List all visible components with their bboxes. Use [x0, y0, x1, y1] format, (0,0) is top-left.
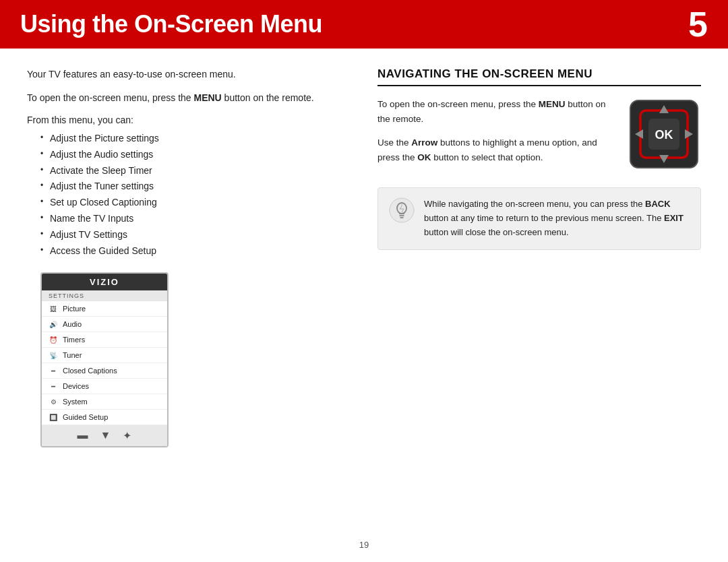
tip-box: While navigating the on-screen menu, you… — [377, 187, 701, 249]
tv-menu-label: Timers — [63, 336, 85, 344]
tip-bold2: EXIT — [664, 213, 684, 223]
nav-p2-bold1: Arrow — [411, 137, 437, 148]
tv-menu-label: System — [63, 398, 88, 406]
nav-section-title: NAVIGATING THE ON-SCREEN MENU — [377, 67, 701, 86]
tip-bold1: BACK — [645, 199, 671, 209]
tv-menu-item: 🔊Audio — [42, 317, 167, 332]
tip-mid: button at any time to return to the prev… — [424, 213, 664, 223]
tv-menu-icon: 🔲 — [49, 412, 58, 422]
menu-list-item: Adjust the Audio settings — [40, 147, 351, 163]
nav-paragraph-1: To open the on-screen menu, press the ME… — [377, 97, 613, 126]
chapter-number: 5 — [688, 4, 708, 44]
page-footer: 19 — [0, 540, 728, 550]
tv-bottom-icon2: ▼ — [100, 429, 111, 442]
menu-list-item: Access the Guided Setup — [40, 243, 351, 259]
main-content: Your TV features an easy-to-use on-scree… — [0, 49, 728, 461]
menu-list-item: Adjust the Picture settings — [40, 131, 351, 147]
remote-ok-graphic: OK — [627, 97, 701, 171]
tv-screen-mockup: VIZIO SETTINGS 🖼Picture🔊Audio⏰Timers📡Tun… — [40, 272, 169, 447]
intro2-prefix: To open the on-screen menu, press the — [27, 92, 193, 103]
lightbulb-icon — [389, 197, 415, 223]
nav-p1-prefix: To open the on-screen menu, press the — [377, 99, 539, 109]
right-column: NAVIGATING THE ON-SCREEN MENU To open th… — [377, 67, 701, 447]
intro-paragraph-2: To open the on-screen menu, press the ME… — [27, 91, 351, 105]
from-menu-label: From this menu, you can: — [27, 115, 351, 125]
tv-menu-item: 🖼Picture — [42, 301, 167, 317]
tv-menu-item: ━Closed Captions — [42, 363, 167, 379]
tv-menu-label: Tuner — [63, 351, 82, 359]
footer-page-number: 19 — [359, 540, 369, 550]
intro2-suffix: button on the remote. — [222, 92, 314, 103]
tip-suffix: button will close the on-screen menu. — [424, 227, 569, 237]
nav-p2-prefix: Use the — [377, 137, 411, 148]
menu-list-item: Name the TV Inputs — [40, 211, 351, 227]
tv-menu-item: ⏰Timers — [42, 332, 167, 348]
menu-capabilities-list: Adjust the Picture settingsAdjust the Au… — [40, 131, 351, 259]
svg-text:OK: OK — [655, 128, 673, 142]
nav-paragraph-2: Use the Arrow buttons to highlight a men… — [377, 135, 613, 164]
tv-menu-label: Guided Setup — [63, 413, 108, 421]
menu-list-item: Adjust the Tuner settings — [40, 179, 351, 195]
tv-bottom-icon3: ✦ — [123, 429, 131, 442]
tv-menu-label: Devices — [63, 382, 89, 390]
tv-menu-list: 🖼Picture🔊Audio⏰Timers📡Tuner━Closed Capti… — [42, 301, 167, 425]
tv-settings-label: SETTINGS — [42, 290, 167, 301]
remote-ok-svg: OK — [627, 97, 701, 171]
svg-point-8 — [390, 198, 414, 222]
tip-prefix: While navigating the on-screen menu, you… — [424, 199, 645, 209]
menu-list-item: Set up Closed Captioning — [40, 195, 351, 211]
tip-text-content: While navigating the on-screen menu, you… — [424, 197, 690, 239]
tv-menu-item: 🔲Guided Setup — [42, 410, 167, 425]
intro-paragraph-1: Your TV features an easy-to-use on-scree… — [27, 67, 351, 82]
intro2-bold: MENU — [193, 92, 221, 103]
nav-p1-bold: MENU — [539, 99, 566, 109]
tv-menu-icon: ━ — [49, 381, 58, 391]
tv-menu-item: ⚙System — [42, 394, 167, 410]
tv-brand-label: VIZIO — [42, 274, 167, 290]
menu-list-item: Adjust TV Settings — [40, 227, 351, 243]
left-column: Your TV features an easy-to-use on-scree… — [27, 67, 351, 447]
tv-menu-label: Audio — [63, 320, 82, 328]
tv-menu-icon: 🖼 — [49, 304, 58, 313]
nav-p2-suffix: button to select that option. — [431, 152, 543, 162]
page-header: Using the On-Screen Menu 5 — [0, 0, 728, 49]
tv-menu-icon: 📡 — [49, 350, 58, 360]
tv-bottom-icon1: ▬ — [78, 429, 88, 442]
tv-menu-label: Picture — [63, 305, 86, 313]
tv-menu-item: ━Devices — [42, 379, 167, 394]
nav-instructions: To open the on-screen menu, press the ME… — [377, 97, 613, 174]
tv-menu-icon: ━ — [49, 366, 58, 375]
tv-menu-item: 📡Tuner — [42, 348, 167, 363]
tv-menu-label: Closed Captions — [63, 367, 117, 375]
page-title: Using the On-Screen Menu — [20, 10, 322, 38]
tv-menu-icon: ⚙ — [49, 397, 58, 406]
nav-top-section: To open the on-screen menu, press the ME… — [377, 97, 701, 174]
nav-p2-bold2: OK — [417, 152, 431, 162]
tv-bottom-bar: ▬ ▼ ✦ — [42, 425, 167, 446]
tv-menu-icon: ⏰ — [49, 335, 58, 344]
menu-list-item: Activate the Sleep Timer — [40, 163, 351, 179]
tv-menu-icon: 🔊 — [49, 319, 58, 329]
